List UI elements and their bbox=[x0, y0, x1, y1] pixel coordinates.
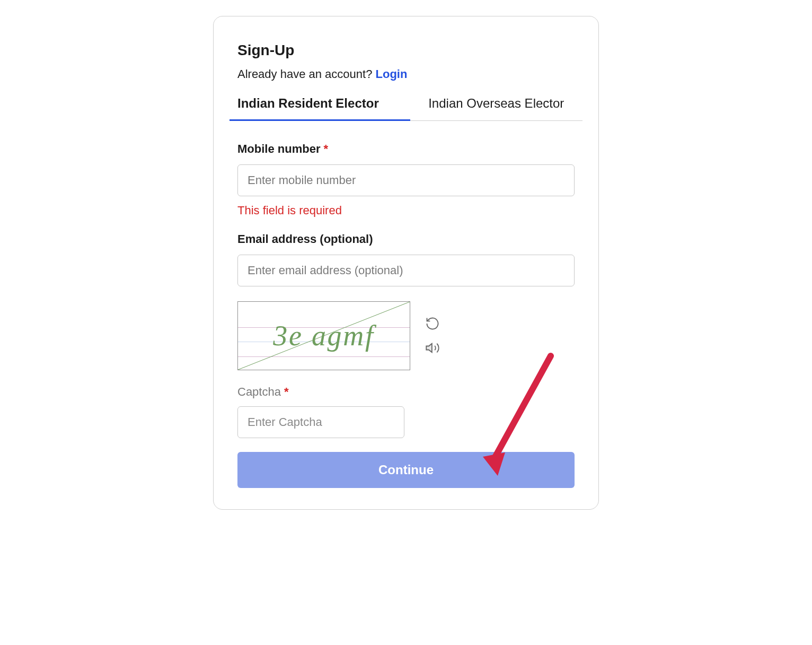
captcha-controls bbox=[425, 316, 440, 355]
captcha-text: 3e agmf bbox=[273, 319, 374, 352]
required-star-icon: * bbox=[284, 385, 289, 398]
svg-line-3 bbox=[492, 356, 551, 462]
page-title: Sign-Up bbox=[237, 42, 575, 59]
required-star-icon: * bbox=[324, 142, 329, 155]
tabs-container: Indian Resident Elector Indian Overseas … bbox=[230, 96, 582, 121]
login-link[interactable]: Login bbox=[376, 67, 408, 81]
captcha-label: Captcha * bbox=[237, 385, 575, 399]
already-account-text: Already have an account? Login bbox=[237, 67, 575, 81]
captcha-image: 3e agmf bbox=[237, 301, 410, 370]
tab-overseas[interactable]: Indian Overseas Elector bbox=[410, 96, 583, 120]
mobile-field-group: Mobile number * This field is required bbox=[237, 142, 575, 217]
email-input[interactable] bbox=[237, 255, 575, 286]
mobile-error-text: This field is required bbox=[237, 204, 575, 217]
captcha-row: 3e agmf bbox=[237, 301, 575, 370]
mobile-label: Mobile number * bbox=[237, 142, 575, 156]
continue-button[interactable]: Continue bbox=[237, 452, 575, 488]
captcha-input[interactable] bbox=[237, 406, 404, 438]
mobile-label-text: Mobile number bbox=[237, 142, 324, 155]
already-text: Already have an account? bbox=[237, 67, 376, 81]
refresh-icon[interactable] bbox=[425, 316, 440, 331]
mobile-input[interactable] bbox=[237, 164, 575, 196]
captcha-label-text: Captcha bbox=[237, 385, 284, 398]
signup-card: Sign-Up Already have an account? Login I… bbox=[213, 16, 599, 510]
email-label: Email address (optional) bbox=[237, 232, 575, 246]
audio-icon[interactable] bbox=[425, 341, 440, 355]
tab-resident[interactable]: Indian Resident Elector bbox=[230, 96, 410, 121]
email-field-group: Email address (optional) bbox=[237, 232, 575, 286]
